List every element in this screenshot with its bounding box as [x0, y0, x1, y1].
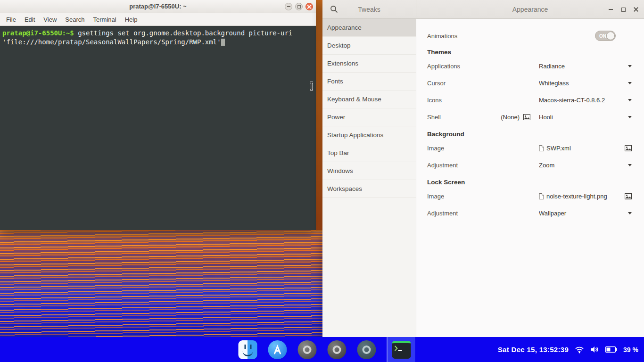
- tweaks-window: Tweaks Appearance Appearance Desktop Ext…: [322, 0, 644, 337]
- sidebar-item-keyboard-mouse[interactable]: Keyboard & Mouse: [322, 90, 416, 108]
- chevron-down-icon: [628, 116, 632, 118]
- menu-item-view[interactable]: View: [39, 13, 61, 26]
- volume-icon[interactable]: [590, 346, 599, 353]
- taskbar: Sat Dec 15, 13:52:39 39 %: [0, 337, 644, 362]
- system-settings-gear-icon[interactable]: [328, 340, 347, 359]
- cursor-theme-row: Cursor Whiteglass: [427, 74, 632, 91]
- background-image-row: Image SWP.xml: [427, 140, 632, 156]
- picture-icon: [625, 145, 632, 151]
- tweaks-header-right: Appearance: [416, 0, 644, 18]
- shell-dropdown[interactable]: Hooli: [539, 114, 632, 121]
- background-image-chooser[interactable]: SWP.xml: [539, 145, 632, 152]
- lock-screen-image-row: Image noise-texture-light.png: [427, 188, 632, 205]
- app-store-icon[interactable]: [268, 340, 287, 359]
- terminal-titlebar[interactable]: pratap@i7-6550U: ~: [0, 0, 316, 13]
- minimize-icon: [287, 6, 290, 7]
- picture-icon: [625, 193, 632, 199]
- background-adjustment-label: Adjustment: [427, 162, 539, 169]
- disc-icon[interactable]: [357, 340, 376, 359]
- chevron-down-icon: [628, 212, 632, 214]
- battery-percentage: 39 %: [623, 346, 638, 354]
- terminal-block-cursor: [221, 39, 225, 46]
- cursor-dropdown[interactable]: Whiteglass: [539, 80, 632, 87]
- text-cursor-pointer: [309, 82, 314, 91]
- maximize-button[interactable]: [620, 6, 627, 13]
- sidebar-item-workspaces[interactable]: Workspaces: [322, 180, 416, 198]
- terminal-content[interactable]: pratap@i7-6550U:~$ gsettings set org.gno…: [0, 26, 316, 230]
- icons-theme-row: Icons Macos-sierra-CT-0.8.6.2: [427, 91, 632, 108]
- shell-label: Shell: [427, 114, 501, 121]
- icons-dropdown[interactable]: Macos-sierra-CT-0.8.6.2: [539, 97, 632, 104]
- applications-label: Applications: [427, 63, 539, 70]
- maximize-icon: [297, 5, 301, 8]
- clock[interactable]: Sat Dec 15, 13:52:39: [498, 346, 569, 354]
- desktop: pratap@i7-6550U: ~ File Edit View Search…: [0, 0, 644, 362]
- lock-screen-adjustment-row: Adjustment Wallpaper: [427, 205, 632, 222]
- lock-screen-adjustment-value: Wallpaper: [539, 210, 626, 217]
- minimize-button[interactable]: [285, 3, 292, 10]
- battery-icon[interactable]: [605, 346, 617, 353]
- shell-none-indicator: (None): [501, 114, 530, 121]
- lock-screen-adjustment-label: Adjustment: [427, 210, 539, 217]
- tweaks-sidebar: Appearance Desktop Extensions Fonts Keyb…: [322, 19, 416, 337]
- close-button[interactable]: [633, 6, 639, 13]
- sidebar-item-fonts[interactable]: Fonts: [322, 73, 416, 90]
- menu-item-file[interactable]: File: [2, 13, 20, 26]
- sidebar-item-appearance[interactable]: Appearance: [322, 19, 416, 37]
- background-image-label: Image: [427, 145, 539, 152]
- shell-prompt: pratap@i7-6550U:~$: [2, 29, 74, 37]
- dock: [239, 337, 415, 362]
- lock-screen-image-chooser[interactable]: noise-texture-light.png: [539, 193, 632, 200]
- gear-ring: [303, 346, 312, 354]
- close-icon: [307, 5, 312, 9]
- terminal-window: pratap@i7-6550U: ~ File Edit View Search…: [0, 0, 316, 230]
- file-icon: [539, 193, 544, 199]
- chevron-down-icon: [628, 99, 632, 101]
- shell-theme-row: Shell (None) Hooli: [427, 108, 632, 125]
- cursor-value: Whiteglass: [539, 80, 626, 87]
- menu-item-edit[interactable]: Edit: [20, 13, 39, 26]
- wifi-icon[interactable]: [575, 346, 584, 354]
- search-icon[interactable]: [330, 5, 338, 13]
- themes-section-header: Themes: [427, 47, 632, 58]
- minimize-button[interactable]: [607, 6, 614, 13]
- maximize-icon: [621, 8, 626, 12]
- lock-screen-adjustment-dropdown[interactable]: Wallpaper: [539, 210, 632, 217]
- applications-value: Radiance: [539, 63, 626, 70]
- finder-icon[interactable]: [239, 340, 257, 359]
- lock-screen-image-filename: noise-texture-light.png: [546, 193, 607, 200]
- applications-dropdown[interactable]: Radiance: [539, 63, 632, 70]
- sidebar-item-startup-applications[interactable]: Startup Applications: [322, 126, 416, 144]
- command-text-wrapped: 'file:///home/pratap/SeasonalWallPapers/…: [2, 38, 221, 46]
- active-app-highlight: [387, 337, 415, 362]
- terminal-menubar: File Edit View Search Terminal Help: [0, 13, 316, 26]
- sidebar-item-windows[interactable]: Windows: [322, 162, 416, 180]
- menu-item-help[interactable]: Help: [121, 13, 142, 26]
- gear-icon[interactable]: [298, 340, 317, 359]
- picture-icon[interactable]: [523, 114, 530, 120]
- lock-screen-image-label: Image: [427, 193, 539, 200]
- close-icon: [634, 7, 638, 12]
- close-button[interactable]: [305, 3, 313, 10]
- sidebar-item-desktop[interactable]: Desktop: [322, 37, 416, 55]
- background-image-filename: SWP.xml: [546, 145, 571, 152]
- file-icon: [539, 145, 544, 151]
- tweaks-headerbar[interactable]: Tweaks Appearance: [322, 0, 644, 19]
- wallpaper-water-area: [0, 230, 322, 337]
- terminal-app-icon[interactable]: [392, 341, 411, 359]
- menu-item-terminal[interactable]: Terminal: [89, 13, 121, 26]
- terminal-window-controls: [285, 3, 313, 10]
- maximize-button[interactable]: [295, 3, 303, 10]
- animations-label: Animations: [427, 33, 595, 40]
- sidebar-item-top-bar[interactable]: Top Bar: [322, 144, 416, 162]
- sidebar-item-extensions[interactable]: Extensions: [322, 55, 416, 73]
- tweaks-content: Animations ON Themes Applications Radian…: [417, 19, 644, 337]
- terminal-line-1: pratap@i7-6550U:~$ gsettings set org.gno…: [2, 29, 314, 38]
- tweaks-window-controls: [607, 0, 639, 19]
- menu-item-search[interactable]: Search: [61, 13, 89, 26]
- background-adjustment-dropdown[interactable]: Zoom: [539, 162, 632, 169]
- animations-toggle[interactable]: ON: [595, 31, 616, 41]
- sidebar-item-power[interactable]: Power: [322, 108, 416, 126]
- tweaks-app-title: Tweaks: [358, 6, 380, 13]
- icons-label: Icons: [427, 97, 539, 104]
